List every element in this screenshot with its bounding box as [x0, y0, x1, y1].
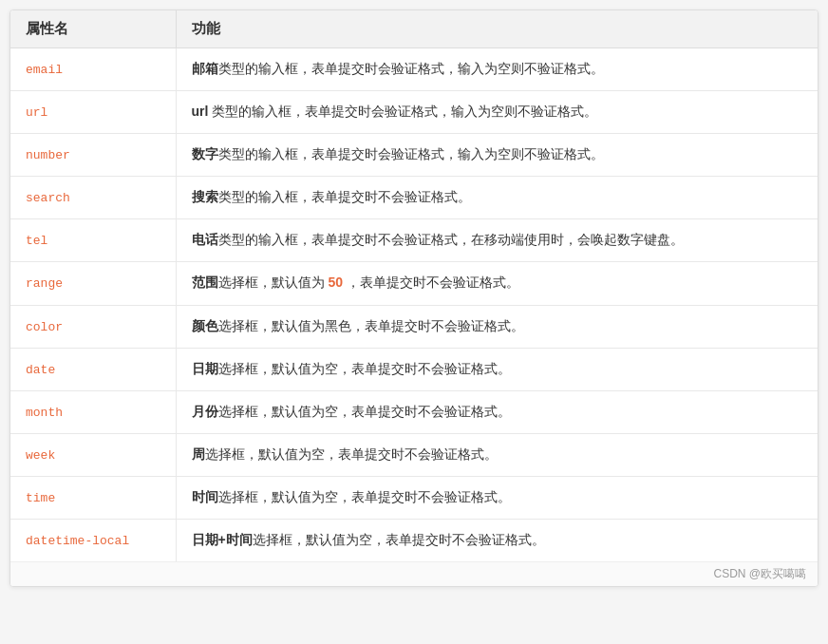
attr-name-text: search: [26, 191, 70, 205]
table-row: range范围选择框，默认值为 50 ，表单提交时不会验证格式。: [10, 262, 818, 305]
desc-cell: 日期选择框，默认值为空，表单提交时不会验证格式。: [176, 348, 818, 390]
header-func: 功能: [176, 10, 818, 48]
table-row: color颜色选择框，默认值为黑色，表单提交时不会验证格式。: [10, 305, 818, 348]
table-row: urlurl 类型的输入框，表单提交时会验证格式，输入为空则不验证格式。: [10, 91, 818, 134]
attr-name-cell: color: [10, 305, 176, 348]
attr-name-text: tel: [26, 234, 47, 248]
table-row: month月份选择框，默认值为空，表单提交时不会验证格式。: [10, 390, 818, 433]
desc-cell: 电话类型的输入框，表单提交时不会验证格式，在移动端使用时，会唤起数字键盘。: [176, 219, 818, 262]
table-header-row: 属性名 功能: [10, 10, 818, 48]
desc-cell: url 类型的输入框，表单提交时会验证格式，输入为空则不验证格式。: [176, 91, 818, 134]
desc-cell: 范围选择框，默认值为 50 ，表单提交时不会验证格式。: [176, 262, 818, 305]
attr-name-text: email: [26, 63, 63, 77]
attributes-table: 属性名 功能 email邮箱类型的输入框，表单提交时会验证格式，输入为空则不验证…: [10, 10, 818, 561]
attr-name-text: number: [26, 148, 70, 162]
attr-name-text: month: [26, 406, 63, 420]
attr-name-cell: search: [10, 177, 176, 219]
footer-note: CSDN @欧买噶噶: [10, 561, 818, 586]
desc-cell: 搜索类型的输入框，表单提交时不会验证格式。: [176, 177, 818, 219]
desc-cell: 周选择框，默认值为空，表单提交时不会验证格式。: [176, 433, 818, 476]
table-row: time时间选择框，默认值为空，表单提交时不会验证格式。: [10, 476, 818, 519]
table-row: search搜索类型的输入框，表单提交时不会验证格式。: [10, 177, 818, 219]
attr-name-text: week: [26, 448, 55, 463]
attr-name-text: date: [26, 363, 55, 377]
table-row: week周选择框，默认值为空，表单提交时不会验证格式。: [10, 433, 818, 476]
desc-cell: 月份选择框，默认值为空，表单提交时不会验证格式。: [176, 390, 818, 433]
attr-name-cell: range: [10, 262, 176, 305]
attr-name-text: url: [26, 105, 47, 120]
table-row: tel电话类型的输入框，表单提交时不会验证格式，在移动端使用时，会唤起数字键盘。: [10, 219, 818, 262]
attr-name-cell: url: [10, 91, 176, 134]
attr-name-cell: time: [10, 476, 176, 519]
table-row: email邮箱类型的输入框，表单提交时会验证格式，输入为空则不验证格式。: [10, 48, 818, 91]
desc-cell: 颜色选择框，默认值为黑色，表单提交时不会验证格式。: [176, 305, 818, 348]
desc-cell: 日期+时间选择框，默认值为空，表单提交时不会验证格式。: [176, 520, 818, 562]
attr-name-cell: date: [10, 348, 176, 390]
attr-name-cell: tel: [10, 219, 176, 262]
attr-name-cell: week: [10, 433, 176, 476]
attr-name-cell: datetime-local: [10, 520, 176, 562]
attr-name-cell: month: [10, 390, 176, 433]
header-attr: 属性名: [10, 10, 176, 48]
table-row: datetime-local日期+时间选择框，默认值为空，表单提交时不会验证格式…: [10, 520, 818, 562]
attr-name-text: time: [26, 491, 55, 505]
attr-name-text: color: [26, 320, 63, 334]
main-table-container: 属性名 功能 email邮箱类型的输入框，表单提交时会验证格式，输入为空则不验证…: [9, 9, 819, 587]
table-row: date日期选择框，默认值为空，表单提交时不会验证格式。: [10, 348, 818, 390]
table-row: number数字类型的输入框，表单提交时会验证格式，输入为空则不验证格式。: [10, 134, 818, 177]
desc-cell: 时间选择框，默认值为空，表单提交时不会验证格式。: [176, 476, 818, 519]
desc-cell: 邮箱类型的输入框，表单提交时会验证格式，输入为空则不验证格式。: [176, 48, 818, 91]
desc-cell: 数字类型的输入框，表单提交时会验证格式，输入为空则不验证格式。: [176, 134, 818, 177]
attr-name-cell: email: [10, 48, 176, 91]
attr-name-text: range: [26, 276, 63, 291]
attr-name-text: datetime-local: [26, 534, 129, 548]
attr-name-cell: number: [10, 134, 176, 177]
